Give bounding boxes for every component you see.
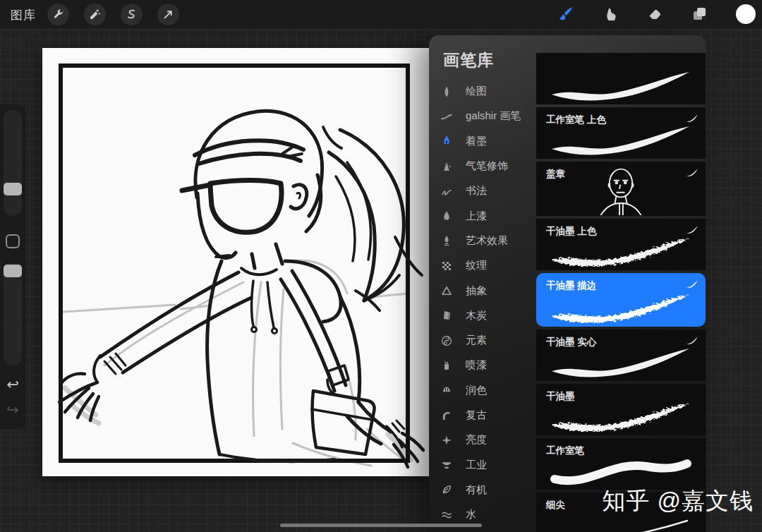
star-icon xyxy=(440,434,453,447)
pipe-icon xyxy=(440,409,453,422)
brush-stroke-preview xyxy=(546,289,696,323)
brush-stroke-preview xyxy=(546,121,696,155)
transform-button[interactable] xyxy=(157,4,179,25)
category-organic[interactable]: 有机 xyxy=(429,478,536,502)
category-drawing[interactable]: 绘图 xyxy=(429,79,536,104)
canvas-artwork xyxy=(42,48,430,476)
brush-row-studio-pen[interactable]: 工作室笔 xyxy=(536,438,706,490)
category-industrial[interactable]: 工业 xyxy=(429,452,536,477)
swoosh-icon xyxy=(440,110,453,123)
redo-button[interactable]: ↪ xyxy=(0,402,25,418)
category-abstract[interactable]: 抽象 xyxy=(429,278,536,303)
smudge-finger-icon xyxy=(602,6,619,23)
layers-button[interactable] xyxy=(690,5,708,23)
category-inking[interactable]: 着墨 xyxy=(429,129,536,154)
category-charcoal[interactable]: 木炭 xyxy=(429,303,536,328)
brush-row-0[interactable] xyxy=(536,53,706,104)
category-spraypaints[interactable]: 喷漆 xyxy=(429,353,536,377)
modify-button[interactable] xyxy=(6,234,20,248)
category-elements[interactable]: 元素 xyxy=(429,328,536,353)
stamp-face-preview xyxy=(579,164,663,215)
category-galshir[interactable]: galshir 画笔 xyxy=(429,104,536,128)
selection-button[interactable] xyxy=(121,4,143,25)
smudge-tool-button[interactable] xyxy=(601,5,619,23)
drawing-canvas[interactable] xyxy=(42,48,430,476)
charcoal-icon xyxy=(440,309,453,322)
layers-icon xyxy=(691,6,708,23)
calligraphy-icon xyxy=(440,185,453,198)
ink-nib-icon xyxy=(440,135,453,147)
category-retouching[interactable]: 润色 xyxy=(429,378,536,403)
custom-brush-icon xyxy=(686,280,698,289)
watermark-text: 知乎 @嘉文钱 xyxy=(602,485,754,517)
makeup-brush-icon xyxy=(440,384,453,397)
brush-stroke-preview xyxy=(546,452,696,486)
actions-button[interactable] xyxy=(47,4,69,25)
brush-row-stamp[interactable]: 盖章 xyxy=(536,162,706,216)
leaf-icon xyxy=(440,483,453,496)
adjustments-button[interactable] xyxy=(84,4,106,25)
selection-s-icon xyxy=(126,8,138,20)
texture-checker-icon xyxy=(440,260,453,272)
airbrush-icon xyxy=(440,160,453,173)
brush-row-dry-ink[interactable]: 干油墨 xyxy=(536,384,706,435)
droplet-icon xyxy=(440,210,453,222)
magic-wand-icon xyxy=(89,8,101,20)
opacity-handle[interactable] xyxy=(4,265,22,277)
undo-button[interactable]: ↩ xyxy=(0,377,25,392)
brush-row-dry-ink-solid[interactable]: 干油墨 实心 xyxy=(536,330,706,381)
ink-bottle-icon xyxy=(440,234,453,247)
brush-category-list: 绘图 galshir 画笔 着墨 气笔修饰 书法 上漆 艺术效果 纹理 抽象 xyxy=(429,79,536,527)
category-luminance[interactable]: 亮度 xyxy=(429,428,536,452)
brush-row-dry-ink-coloring[interactable]: 干油墨 上色 xyxy=(536,219,706,270)
category-textures[interactable]: 纹理 xyxy=(429,253,536,278)
panel-title: 画笔库 xyxy=(443,49,494,71)
brush-stroke-preview xyxy=(546,398,696,432)
color-swatch-button[interactable] xyxy=(736,4,756,24)
top-toolbar: 图库 xyxy=(0,0,762,28)
paint-tool-button[interactable] xyxy=(557,5,575,23)
category-airbrushing[interactable]: 气笔修饰 xyxy=(429,154,536,179)
gallery-button[interactable]: 图库 xyxy=(11,7,36,23)
brush-stroke-preview xyxy=(546,344,696,377)
category-painting[interactable]: 上漆 xyxy=(429,203,536,228)
brush-size-handle[interactable] xyxy=(4,183,22,195)
home-indicator[interactable] xyxy=(280,524,482,527)
yinyang-icon xyxy=(440,334,453,347)
opacity-slider[interactable] xyxy=(4,263,22,365)
brush-stroke-preview xyxy=(546,233,696,267)
drawing-brush-icon xyxy=(440,85,453,98)
waves-icon xyxy=(440,509,453,521)
triangle-icon xyxy=(440,284,453,297)
category-vintage[interactable]: 复古 xyxy=(429,403,536,428)
wrench-icon xyxy=(52,8,64,20)
brush-stroke-preview xyxy=(546,67,696,101)
paintbrush-icon xyxy=(557,6,574,23)
erase-tool-button[interactable] xyxy=(646,5,664,23)
category-calligraphy[interactable]: 书法 xyxy=(429,179,536,203)
brush-library-panel: 画笔库 绘图 galshir 画笔 着墨 气笔修饰 书法 上漆 艺术效果 纹理 xyxy=(429,35,706,532)
sidebar-controls: ↩ ↪ xyxy=(0,104,25,429)
category-artistic[interactable]: 艺术效果 xyxy=(429,229,536,253)
transform-arrow-icon xyxy=(162,8,174,20)
brush-row-dry-ink-outline-selected[interactable]: 干油墨 描边 xyxy=(536,273,706,327)
brush-size-slider[interactable] xyxy=(4,110,22,216)
brush-row-studio-pen-coloring[interactable]: 工作室笔 上色 xyxy=(536,107,706,159)
spraycan-icon xyxy=(440,359,453,372)
custom-brush-icon xyxy=(686,169,698,177)
anvil-icon xyxy=(440,459,453,471)
eraser-icon xyxy=(646,6,663,23)
